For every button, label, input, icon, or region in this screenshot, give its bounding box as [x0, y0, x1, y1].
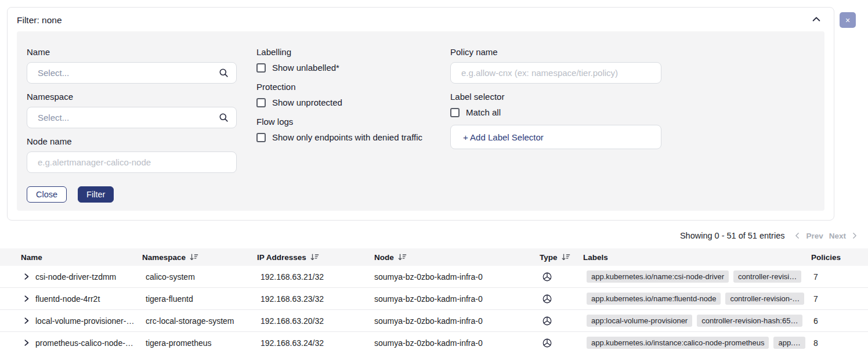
filter-button[interactable]: Filter	[78, 186, 114, 203]
pagination: Showing 0 - 51 of 51 entries Prev Next	[0, 230, 868, 241]
namespace-field-label: Namespace	[27, 91, 237, 102]
endpoint-node: soumya-bz-0zbo-kadm-infra-0	[374, 272, 537, 282]
endpoint-name: prometheus-calico-node-…	[35, 338, 133, 348]
sort-icon[interactable]	[310, 253, 319, 261]
sort-icon[interactable]	[398, 253, 407, 261]
column-header-namespace[interactable]: Namespace	[142, 253, 257, 262]
endpoint-ip: 192.168.63.23/32	[257, 294, 374, 304]
endpoint-ip: 192.168.63.24/32	[257, 338, 374, 348]
column-header-label: Policies	[811, 253, 841, 262]
entries-summary: Showing 0 - 51 of 51 entries	[680, 231, 785, 240]
label-pill: app.kubernetes.io/name:csi-node-driver	[587, 270, 729, 283]
namespace-select-input[interactable]	[27, 107, 237, 128]
table-row[interactable]: prometheus-calico-node-…tigera-prometheu…	[0, 332, 868, 350]
filter-panel: Filter: none Name	[7, 7, 834, 221]
column-header-name: Name	[0, 253, 142, 262]
column-header-policies: Policies	[806, 253, 868, 262]
policy-name-field-label: Policy name	[450, 46, 661, 57]
node-name-field-label: Node name	[27, 136, 237, 147]
endpoint-policies-count: 8	[806, 338, 868, 348]
column-header-label: Name	[21, 253, 42, 262]
denied-traffic-label[interactable]: Show only endpoints with denied traffic	[272, 132, 422, 142]
filter-title: Filter: none	[17, 15, 62, 26]
close-filter-panel-button[interactable]: ×	[840, 12, 856, 28]
label-pill: controller-revisi…	[733, 270, 801, 283]
column-header-label: Node	[374, 253, 394, 262]
denied-traffic-checkbox[interactable]	[256, 133, 266, 142]
match-all-label[interactable]: Match all	[466, 107, 501, 117]
endpoint-node: soumya-bz-0zbo-kadm-infra-0	[374, 294, 537, 304]
show-unlabelled-label[interactable]: Show unlabelled*	[272, 63, 339, 73]
label-pill: controller-revision-…	[725, 293, 804, 305]
sort-icon[interactable]	[190, 253, 198, 261]
column-header-label: Labels	[583, 253, 608, 262]
workload-endpoint-icon	[542, 338, 552, 348]
column-header-type[interactable]: Type	[537, 253, 578, 262]
chevron-up-icon	[812, 16, 821, 24]
column-header-label: Type	[540, 253, 558, 262]
label-selector-section-label: Label selector	[450, 91, 661, 102]
sort-icon[interactable]	[562, 253, 570, 261]
protection-section-label: Protection	[256, 81, 431, 92]
match-all-checkbox[interactable]	[450, 108, 460, 117]
endpoint-namespace: calico-system	[142, 272, 257, 282]
endpoint-node: soumya-bz-0zbo-kadm-infra-0	[374, 316, 537, 326]
endpoint-name: fluentd-node-4rr2t	[35, 294, 100, 304]
collapse-filter-button[interactable]	[811, 15, 822, 26]
endpoint-ip: 192.168.63.21/32	[257, 272, 374, 282]
show-unprotected-checkbox[interactable]	[256, 98, 266, 107]
column-header-labels: Labels	[578, 253, 806, 262]
endpoint-labels: app:local-volume-provisionercontroller-r…	[578, 315, 806, 327]
workload-endpoint-icon	[542, 294, 552, 304]
name-field-label: Name	[27, 46, 237, 57]
endpoint-policies-count: 6	[806, 316, 868, 326]
expand-row-chevron-icon[interactable]	[23, 339, 30, 347]
endpoint-namespace: tigera-prometheus	[142, 338, 257, 348]
endpoint-labels: app.kubernetes.io/instance:calico-node-p…	[578, 337, 806, 349]
next-page-button[interactable]: Next	[829, 232, 846, 240]
filter-region: Filter: none Name	[0, 0, 868, 221]
endpoint-ip: 192.168.63.20/32	[257, 316, 374, 326]
endpoint-namespace: tigera-fluentd	[142, 294, 257, 304]
table-body: csi-node-driver-tzdmmcalico-system192.16…	[0, 266, 868, 350]
endpoint-policies-count: 7	[806, 294, 868, 304]
endpoint-policies-count: 7	[806, 272, 868, 282]
node-name-input[interactable]	[27, 151, 237, 173]
endpoint-node: soumya-bz-0zbo-kadm-infra-0	[374, 338, 537, 348]
endpoints-table: NameNamespaceIP AddressesNodeTypeLabelsP…	[0, 248, 868, 350]
expand-row-chevron-icon[interactable]	[23, 273, 30, 280]
label-pill: app:local-volume-provisioner	[587, 315, 692, 327]
name-select-input[interactable]	[27, 62, 237, 84]
table-row[interactable]: local-volume-provisioner-…crc-local-stor…	[0, 310, 868, 332]
label-pill: app.kubernetes.io/instance:calico-node-p…	[587, 337, 769, 349]
expand-row-chevron-icon[interactable]	[23, 295, 30, 302]
endpoint-labels: app.kubernetes.io/name:fluentd-nodecontr…	[578, 293, 806, 305]
label-pill: app.kubernetes.io/name:fluentd-node	[587, 293, 721, 305]
column-header-label: Namespace	[142, 253, 186, 262]
endpoint-name: csi-node-driver-tzdmm	[35, 272, 116, 282]
column-header-ip-addresses[interactable]: IP Addresses	[257, 253, 374, 262]
endpoint-namespace: crc-local-storage-system	[142, 316, 257, 326]
show-unprotected-label[interactable]: Show unprotected	[272, 98, 342, 107]
expand-row-chevron-icon[interactable]	[23, 317, 30, 324]
table-row[interactable]: csi-node-driver-tzdmmcalico-system192.16…	[0, 266, 868, 288]
labelling-section-label: Labelling	[256, 46, 431, 57]
workload-endpoint-icon	[542, 316, 552, 326]
column-header-label: IP Addresses	[257, 253, 306, 262]
endpoint-name: local-volume-provisioner-…	[35, 316, 134, 326]
label-pill: app.…	[773, 337, 805, 349]
column-header-node[interactable]: Node	[374, 253, 537, 262]
table-row[interactable]: fluentd-node-4rr2ttigera-fluentd192.168.…	[0, 288, 868, 310]
filter-panel-header: Filter: none	[8, 8, 834, 31]
close-button[interactable]: Close	[27, 186, 67, 203]
show-unlabelled-checkbox[interactable]	[256, 63, 266, 73]
close-icon: ×	[845, 16, 850, 24]
table-header-row: NameNamespaceIP AddressesNodeTypeLabelsP…	[0, 248, 868, 266]
add-label-selector-button[interactable]: + Add Label Selector	[450, 125, 661, 149]
prev-page-button[interactable]: Prev	[806, 232, 823, 240]
workload-endpoint-icon	[542, 272, 552, 282]
label-pill: controller-revision-hash:65…	[697, 315, 802, 327]
prev-page-chevron-icon[interactable]	[794, 232, 800, 239]
next-page-chevron-icon[interactable]	[852, 232, 858, 239]
policy-name-input[interactable]	[450, 62, 661, 84]
